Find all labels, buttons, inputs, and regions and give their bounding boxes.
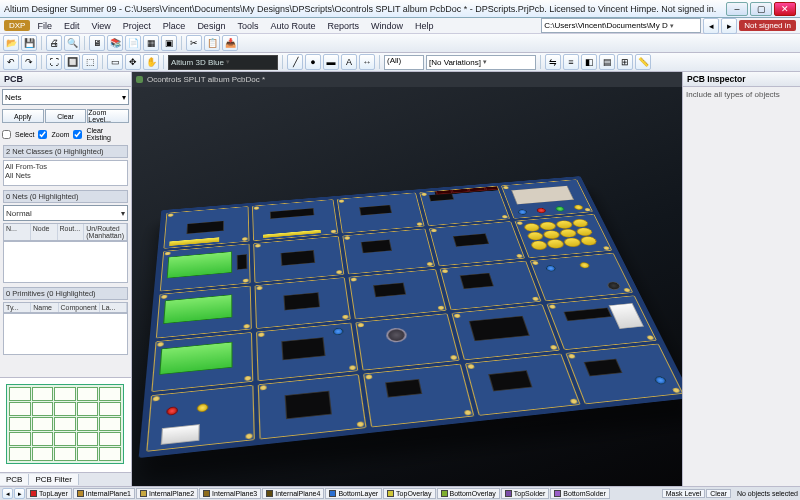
nets-header: 0 Nets (0 Highlighted): [3, 190, 128, 203]
menu-help[interactable]: Help: [410, 20, 439, 32]
sheet-icon[interactable]: 📄: [125, 35, 141, 51]
dim-icon[interactable]: ↔: [359, 54, 375, 70]
submodule: [514, 214, 612, 258]
clearexisting-checkbox[interactable]: [73, 130, 82, 139]
undo-icon[interactable]: ↶: [3, 54, 19, 70]
nav-fwd-button[interactable]: ▸: [721, 18, 737, 34]
3d-viewport[interactable]: Ocontrols SPLIT album PcbDoc * 8888: [132, 72, 682, 486]
menu-file[interactable]: File: [32, 20, 57, 32]
route-icon[interactable]: ╱: [287, 54, 303, 70]
nets-mode-dropdown[interactable]: Nets▾: [2, 89, 129, 105]
zoom-checkbox[interactable]: [38, 130, 47, 139]
tab-pcb-filter[interactable]: PCB Filter: [29, 474, 78, 485]
snap-icon[interactable]: ⊞: [617, 54, 633, 70]
pcb-3d-model: 8888: [139, 176, 682, 458]
open-icon[interactable]: 📂: [3, 35, 19, 51]
menu-tools[interactable]: Tools: [232, 20, 263, 32]
device-icon[interactable]: 🖥: [89, 35, 105, 51]
window-close-button[interactable]: ✕: [774, 2, 796, 16]
window-max-button[interactable]: ▢: [750, 2, 772, 16]
submodule: [151, 332, 253, 392]
paste-icon[interactable]: 📥: [222, 35, 238, 51]
menu-reports[interactable]: Reports: [322, 20, 364, 32]
submodule: [348, 269, 447, 320]
layer-tab[interactable]: TopLayer: [26, 488, 72, 499]
menu-view[interactable]: View: [86, 20, 115, 32]
clear-button[interactable]: Clear: [45, 109, 87, 123]
measure-icon[interactable]: 📏: [635, 54, 651, 70]
dxp-badge[interactable]: DXP: [4, 20, 30, 31]
layer-tab[interactable]: InternalPlane4: [262, 488, 324, 499]
menu-autoroute[interactable]: Auto Route: [265, 20, 320, 32]
primitives-header: 0 Primitives (0 Highlighted): [3, 287, 128, 300]
save-icon[interactable]: 💾: [21, 35, 37, 51]
menu-project[interactable]: Project: [118, 20, 156, 32]
layer-icon[interactable]: ≡: [563, 54, 579, 70]
submodule: [256, 323, 358, 381]
layer-tab[interactable]: InternalPlane3: [199, 488, 261, 499]
submodule: [254, 236, 345, 283]
via-icon[interactable]: ●: [305, 54, 321, 70]
submodule: [163, 206, 249, 249]
menu-edit[interactable]: Edit: [59, 20, 85, 32]
layer-tab[interactable]: BottomOverlay: [437, 488, 500, 499]
list-item[interactable]: All From-Tos: [5, 162, 126, 171]
select-checkbox[interactable]: [2, 130, 11, 139]
cut-icon[interactable]: ✂: [186, 35, 202, 51]
layer-scroll-left[interactable]: ◂: [2, 488, 13, 499]
zoom-area-icon[interactable]: 🔲: [64, 54, 80, 70]
document-tab[interactable]: Ocontrols SPLIT album PcbDoc *: [132, 72, 682, 87]
layer-tab[interactable]: InternalPlane2: [136, 488, 198, 499]
apply-button[interactable]: Apply: [2, 109, 44, 123]
lib-icon[interactable]: 📚: [107, 35, 123, 51]
zoom-sel-icon[interactable]: ⬚: [82, 54, 98, 70]
menu-design[interactable]: Design: [192, 20, 230, 32]
pan-icon[interactable]: ✋: [143, 54, 159, 70]
variations-dropdown[interactable]: [No Variations]▾: [426, 55, 536, 70]
text-icon[interactable]: A: [341, 54, 357, 70]
zoom-fit-icon[interactable]: ⛶: [46, 54, 62, 70]
layer-tab[interactable]: BottomSolder: [550, 488, 609, 499]
mask-level-button[interactable]: Mask Level: [662, 489, 705, 498]
mini-map[interactable]: [0, 377, 131, 472]
print-icon[interactable]: 🖨: [46, 35, 62, 51]
path-box[interactable]: C:\Users\Vincent\Documents\My D▾: [541, 18, 701, 33]
window-min-button[interactable]: –: [726, 2, 748, 16]
mask-icon[interactable]: ◧: [581, 54, 597, 70]
left-panel-tab[interactable]: PCB: [0, 72, 131, 87]
flip-icon[interactable]: ⇋: [545, 54, 561, 70]
inspector-header[interactable]: PCB Inspector: [683, 72, 800, 87]
select-icon[interactable]: ▭: [107, 54, 123, 70]
units-box[interactable]: (All): [384, 55, 424, 70]
layer-tab[interactable]: TopSolder: [501, 488, 550, 499]
netclasses-list[interactable]: All From-Tos All Nets: [3, 160, 128, 186]
3d-view-dropdown[interactable]: Altium 3D Blue▾: [168, 55, 278, 70]
submodule: 8888: [419, 186, 510, 226]
layer-scroll-right[interactable]: ▸: [14, 488, 25, 499]
layer-tab[interactable]: InternalPlane1: [73, 488, 135, 499]
list-item[interactable]: All Nets: [5, 171, 126, 180]
menu-window[interactable]: Window: [366, 20, 408, 32]
signin-badge[interactable]: Not signed in: [739, 20, 796, 31]
poly-icon[interactable]: ▬: [323, 54, 339, 70]
layer-tab[interactable]: TopOverlay: [383, 488, 435, 499]
mask-clear-button[interactable]: Clear: [706, 489, 731, 498]
align-icon[interactable]: ▤: [599, 54, 615, 70]
pcb-icon[interactable]: ▦: [143, 35, 159, 51]
preview-icon[interactable]: 🔍: [64, 35, 80, 51]
nets-list[interactable]: [3, 241, 128, 283]
nav-back-button[interactable]: ◂: [703, 18, 719, 34]
nets-highlight-dropdown[interactable]: Normal▾: [3, 205, 128, 221]
tab-pcb[interactable]: PCB: [0, 474, 29, 485]
primitives-list[interactable]: [3, 313, 128, 355]
compile-icon[interactable]: ▣: [161, 35, 177, 51]
redo-icon[interactable]: ↷: [21, 54, 37, 70]
pcb-doc-icon: [136, 76, 143, 83]
layer-tab[interactable]: BottomLayer: [325, 488, 382, 499]
zoomlevel-button[interactable]: Zoom Level...: [87, 109, 129, 123]
submodule: [146, 385, 255, 452]
inspector-include[interactable]: Include all types of objects: [686, 90, 780, 99]
menu-place[interactable]: Place: [158, 20, 191, 32]
copy-icon[interactable]: 📋: [204, 35, 220, 51]
move-icon[interactable]: ✥: [125, 54, 141, 70]
